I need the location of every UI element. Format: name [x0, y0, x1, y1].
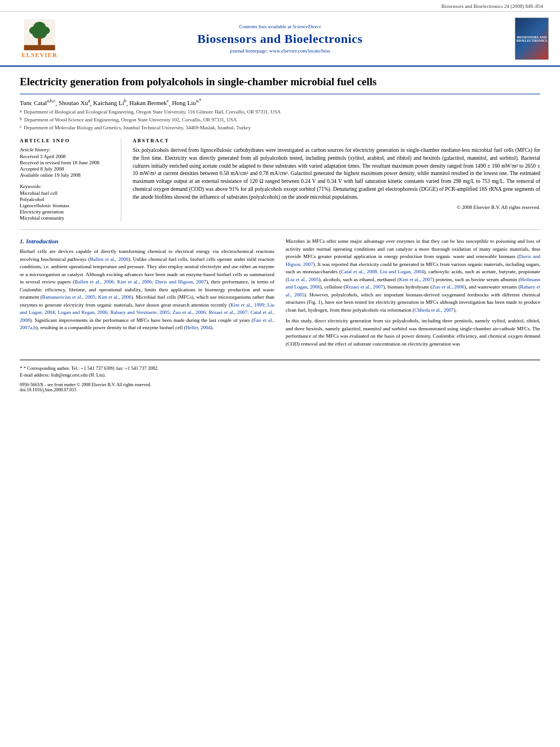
section-divider	[20, 229, 540, 230]
keyword-4: Electricity generation	[20, 209, 112, 215]
journal-cover-area: BIOSENSORS AND BIOELECTRONICS	[492, 18, 549, 60]
svg-point-4	[32, 29, 47, 39]
author-5: Hong Liua,*	[172, 99, 202, 106]
bottom-bar: 0956-5663/$ – see front matter © 2008 El…	[20, 382, 540, 392]
sciencedirect-line: Contents lists available at ScienceDirec…	[68, 24, 492, 29]
keywords-section: Keywords: Microbial fuel cell Polyalcoho…	[20, 184, 112, 221]
article-info-heading: ARTICLE INFO	[20, 138, 112, 143]
body-left-col: 1. Introduction Biofuel cells are device…	[20, 238, 274, 351]
abstract-text: Six polyalcohols derived from lignocellu…	[133, 147, 540, 201]
journal-title: Biosensors and Bioelectronics	[68, 32, 492, 46]
author-3: Kaichang Lib	[93, 99, 126, 106]
affiliation-b: bDepartment of Wood Science and Engineer…	[20, 116, 540, 124]
history-accepted: Accepted 8 July 2008	[20, 166, 112, 172]
issn-line: 0956-5663/$ – see front matter © 2008 El…	[20, 382, 151, 392]
article-history: Article history: Received 3 April 2008 R…	[20, 147, 112, 178]
email-note: E-mail address: liuh@engr.orst.edu (H. L…	[20, 372, 540, 379]
journal-cover-image: BIOSENSORS AND BIOELECTRONICS	[515, 18, 549, 60]
article-content: Electricity generation from polyalcohols…	[0, 67, 560, 401]
footer-area: * * Corresponding author. Tel.: +1 541 7…	[20, 360, 540, 392]
history-online: Available online 19 July 2008	[20, 172, 112, 178]
corresponding-author-note: * * Corresponding author. Tel.: +1 541 7…	[20, 365, 540, 372]
journal-homepage: journal homepage: www.elsevier.com/locat…	[68, 48, 492, 54]
body-right-col: Microbes in MFCs offer some major advant…	[286, 238, 540, 351]
copyright-line: © 2008 Elsevier B.V. All rights reserved…	[133, 204, 540, 210]
article-title: Electricity generation from polyalcohols…	[20, 75, 540, 94]
author-4: Hakan Bermekc	[129, 99, 169, 106]
intro-paragraph-2: Microbes in MFCs offer some major advant…	[286, 238, 540, 314]
author-1: Tunc Catala,b,c	[20, 99, 55, 106]
homepage-url[interactable]: www.elsevier.com/locate/bios	[269, 48, 330, 54]
abstract-heading: ABSTRACT	[133, 138, 540, 143]
svg-rect-6	[24, 45, 55, 50]
keywords-label: Keywords:	[20, 184, 112, 189]
affiliation-a: aDepartment of Biological and Ecological…	[20, 108, 540, 116]
authors-line: Tunc Catala,b,c, Shoutao Xua, Kaichang L…	[20, 99, 540, 107]
history-received: Received 3 April 2008	[20, 154, 112, 159]
svg-rect-5	[38, 37, 41, 45]
intro-paragraph-1: Biofuel cells are devices capable of dir…	[20, 248, 274, 332]
keyword-1: Microbial fuel cell	[20, 190, 112, 196]
intro-paragraph-3: In this study, direct electricity genera…	[286, 317, 540, 348]
sciencedirect-link[interactable]: ScienceDirect	[292, 24, 321, 29]
journal-citation: Biosensors and Bioelectronics 24 (2008) …	[441, 3, 543, 9]
elsevier-tree-icon	[23, 19, 56, 50]
keyword-5: Microbial community	[20, 215, 112, 221]
info-abstract-section: ARTICLE INFO Article history: Received 3…	[20, 138, 540, 221]
intro-heading: 1. Introduction	[20, 238, 274, 244]
history-revised: Received in revised form 18 June 2008	[20, 160, 112, 165]
page: Biosensors and Bioelectronics 24 (2008) …	[0, 0, 560, 747]
article-info-col: ARTICLE INFO Article history: Received 3…	[20, 138, 121, 221]
footer-note: * * Corresponding author. Tel.: +1 541 7…	[20, 365, 540, 379]
elsevier-logo-area: ELSEVIER	[11, 19, 68, 58]
affiliation-c: cDepartment of Molecular Biology and Gen…	[20, 124, 540, 132]
history-label: Article history:	[20, 147, 112, 152]
abstract-col: ABSTRACT Six polyalcohols derived from l…	[133, 138, 540, 221]
citation-bar: Biosensors and Bioelectronics 24 (2008) …	[0, 0, 560, 12]
elsevier-logo: ELSEVIER	[11, 19, 68, 58]
author-2: Shoutao Xua	[59, 99, 90, 106]
journal-header: ELSEVIER Contents lists available at Sci…	[0, 12, 560, 67]
keyword-2: Polyalcohol	[20, 196, 112, 202]
body-section: 1. Introduction Biofuel cells are device…	[20, 238, 540, 351]
keyword-3: Lignocellulosic biomass	[20, 203, 112, 208]
journal-center: Contents lists available at ScienceDirec…	[68, 24, 492, 54]
affiliations: aDepartment of Biological and Ecological…	[20, 108, 540, 131]
elsevier-label: ELSEVIER	[21, 51, 58, 58]
